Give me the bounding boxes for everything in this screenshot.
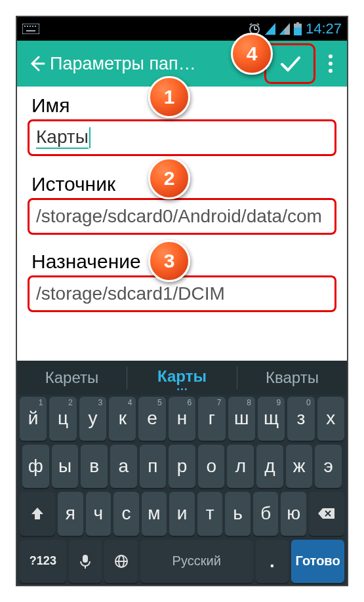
device-frame: 14:27 Параметры пап… Имя Карты Источник …: [16, 16, 348, 586]
status-clock: 14:27: [306, 20, 342, 37]
svg-line-11: [257, 24, 259, 25]
name-input-value: Карты: [36, 127, 89, 149]
voice-input-key[interactable]: [69, 540, 102, 584]
key-э[interactable]: э: [315, 445, 342, 489]
key-hint: 3: [98, 398, 102, 407]
shift-key[interactable]: [20, 492, 55, 536]
key-й[interactable]: й1: [20, 397, 47, 441]
key-ж[interactable]: ж: [286, 445, 313, 489]
source-input[interactable]: /storage/sdcard0/Android/data/com: [28, 198, 336, 235]
key-hint: 4: [128, 398, 132, 407]
text-cursor: [89, 127, 91, 148]
key-row-2: фывапролджэ: [17, 443, 347, 491]
battery-icon: [294, 22, 302, 35]
svg-rect-1: [24, 26, 26, 27]
symbols-key[interactable]: ?123: [20, 540, 66, 584]
key-к[interactable]: к4: [109, 397, 136, 441]
period-key[interactable]: .: [256, 540, 289, 584]
backspace-icon: [317, 507, 336, 520]
key-л[interactable]: л: [227, 445, 254, 489]
shift-icon: [30, 506, 45, 521]
key-с[interactable]: с: [113, 492, 139, 536]
key-т[interactable]: т: [197, 492, 223, 536]
key-hint: 2: [68, 398, 73, 407]
svg-rect-2: [27, 26, 28, 27]
key-row-3: ячсмитьбю: [17, 490, 347, 538]
source-input-value: /storage/sdcard0/Android/data/com: [36, 206, 322, 227]
key-ф[interactable]: ф: [22, 445, 49, 489]
status-bar: 14:27: [17, 17, 347, 41]
key-hint: 6: [187, 398, 192, 407]
key-ь[interactable]: ь: [225, 492, 251, 536]
microphone-icon: [79, 553, 92, 569]
step-badge-3: 3: [148, 240, 190, 282]
key-ш[interactable]: ш8: [228, 397, 255, 441]
key-х[interactable]: х: [317, 397, 344, 441]
suggestion-left[interactable]: Кареты: [17, 366, 127, 390]
key-hint: 9: [277, 398, 281, 407]
suggestion-middle[interactable]: Карты …: [127, 365, 237, 391]
svg-rect-16: [294, 28, 302, 35]
svg-rect-17: [296, 22, 299, 24]
svg-marker-14: [279, 29, 285, 35]
key-hint: 7: [217, 398, 222, 407]
destination-input-value: /storage/sdcard1/DCIM: [36, 283, 225, 304]
done-key[interactable]: Готово: [291, 540, 344, 584]
svg-rect-3: [30, 26, 31, 27]
key-п[interactable]: п: [140, 445, 167, 489]
step-badge-1: 1: [148, 76, 190, 118]
suggestion-right[interactable]: Кварты: [237, 366, 347, 390]
key-hint: 1: [39, 398, 43, 407]
key-row-1: й1ц2у3к4е5н6г7ш8щ9з0х: [17, 395, 347, 443]
key-р[interactable]: р: [169, 445, 195, 489]
step-badge-4: 4: [231, 33, 273, 75]
backspace-key[interactable]: [309, 492, 344, 536]
step-badge-2: 2: [148, 157, 190, 199]
svg-rect-4: [32, 26, 33, 27]
app-toolbar: Параметры пап…: [17, 41, 347, 87]
svg-line-10: [250, 24, 252, 25]
key-н[interactable]: н6: [169, 397, 195, 441]
svg-rect-0: [22, 24, 39, 34]
soft-keyboard: Кареты Карты … Кварты й1ц2у3к4е5н6г7ш8щ9…: [17, 361, 347, 585]
key-hint: 0: [306, 398, 311, 407]
key-б[interactable]: б: [253, 492, 279, 536]
svg-rect-6: [26, 30, 35, 31]
signal-sim2-icon: [279, 23, 290, 35]
key-м[interactable]: м: [142, 492, 167, 536]
key-е[interactable]: е5: [138, 397, 165, 441]
toolbar-title: Параметры пап…: [50, 54, 196, 74]
keyboard-notification-icon: [22, 24, 39, 34]
svg-marker-12: [265, 23, 275, 35]
key-у[interactable]: у3: [79, 397, 106, 441]
key-о[interactable]: о: [198, 445, 225, 489]
signal-sim1-icon: [265, 23, 275, 35]
svg-rect-5: [35, 26, 36, 27]
destination-input[interactable]: /storage/sdcard1/DCIM: [28, 275, 336, 312]
key-г[interactable]: г7: [198, 397, 225, 441]
language-key[interactable]: [104, 540, 138, 584]
key-ч[interactable]: ч: [86, 492, 111, 536]
key-hint: 5: [157, 398, 162, 407]
key-д[interactable]: д: [256, 445, 283, 489]
key-з[interactable]: з0: [287, 397, 314, 441]
checkmark-icon: [277, 50, 303, 77]
key-щ[interactable]: щ9: [258, 397, 285, 441]
globe-icon: [114, 554, 129, 569]
name-input[interactable]: Карты: [28, 119, 336, 156]
key-ц[interactable]: ц2: [49, 397, 76, 441]
key-в[interactable]: в: [81, 445, 108, 489]
space-key[interactable]: Русский: [140, 540, 253, 584]
key-ы[interactable]: ы: [52, 445, 79, 489]
key-а[interactable]: а: [110, 445, 137, 489]
key-и[interactable]: и: [169, 492, 195, 536]
key-hint: 8: [247, 398, 251, 407]
suggestion-bar: Кареты Карты … Кварты: [17, 361, 347, 395]
overflow-menu-button[interactable]: [321, 54, 340, 73]
key-я[interactable]: я: [58, 492, 83, 536]
key-row-4: ?123 Русский . Готово: [17, 538, 347, 586]
key-ю[interactable]: ю: [281, 492, 306, 536]
back-button[interactable]: [24, 50, 50, 77]
suggestion-more-icon: …: [127, 384, 237, 388]
form-area: Имя Карты Источник /storage/sdcard0/Andr…: [17, 87, 347, 363]
